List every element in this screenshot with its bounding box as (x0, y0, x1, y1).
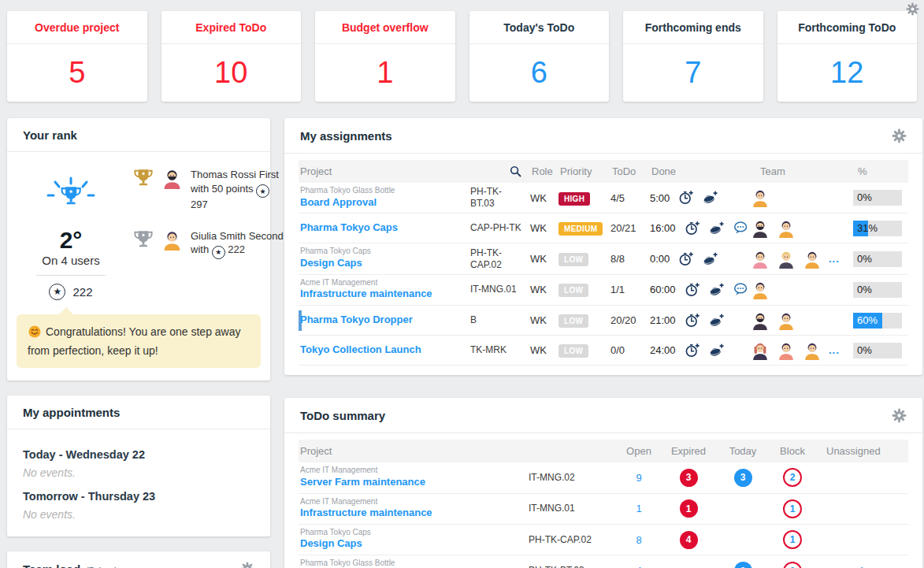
your-rank-header: Your rank (7, 118, 270, 152)
stat-card-today-s-todo[interactable]: Today's ToDo6 (469, 11, 610, 102)
expired-count: 4 (661, 531, 716, 549)
todo-summary-row: Acme IT ManagementInfrastructure mainten… (299, 494, 908, 525)
avatar[interactable] (777, 311, 796, 330)
avatar[interactable] (751, 250, 770, 269)
comments-icon[interactable] (733, 221, 748, 236)
avatar[interactable] (751, 280, 770, 299)
priority-cell: LOW (558, 251, 610, 266)
gear-icon[interactable] (892, 128, 907, 143)
col-header-percent: % (853, 165, 908, 177)
appointment-no-events: No events. (23, 466, 254, 479)
gear-icon[interactable] (892, 408, 907, 423)
project-link[interactable]: Server Farm maintenance (300, 476, 525, 489)
appointment-day-label: Tomorrow - Thursday 23 (23, 490, 254, 503)
more-team-link[interactable]: ... (829, 344, 840, 356)
done-hours: 16:00 (650, 222, 676, 234)
avatar[interactable] (751, 219, 770, 238)
add-todo-icon[interactable] (703, 190, 718, 206)
add-todo-icon[interactable] (703, 251, 718, 267)
project-link[interactable]: Design Caps (300, 257, 467, 270)
open-count[interactable]: 1 (617, 503, 661, 514)
avatar[interactable] (751, 311, 770, 330)
my-assignments-title: My assignments (300, 129, 392, 143)
block-count-badge[interactable]: 2 (783, 468, 802, 487)
more-team-link[interactable]: ... (829, 253, 840, 265)
add-todo-icon[interactable] (709, 313, 725, 329)
expired-count-badge[interactable]: 1 (680, 499, 698, 518)
expired-count-badge[interactable]: 4 (680, 531, 698, 549)
project-parent-label: Pharma Tokyo Caps (300, 247, 467, 257)
team-cell: ... (751, 250, 853, 269)
avatar[interactable] (803, 341, 822, 360)
unassigned-count[interactable]: 1 (815, 565, 908, 568)
project-link[interactable]: Infrastructure maintenance (300, 507, 525, 520)
project-code: IT-MNG.01 (470, 284, 530, 295)
project-link[interactable]: Tokyo Collection Launch (300, 343, 467, 357)
col-header-open: Open (617, 445, 661, 457)
add-worklog-icon[interactable] (678, 190, 694, 206)
progress-bar: 60% (853, 313, 902, 329)
expired-count-badge[interactable]: 3 (680, 469, 698, 487)
assignment-row: Pharma Tokyo CapsCAP-PH-TKWKMEDIUM20/211… (299, 213, 908, 243)
progress-cell: 0% (853, 343, 908, 358)
add-todo-icon[interactable] (709, 221, 725, 236)
stat-card-expired-todo[interactable]: Expired ToDo10 (161, 11, 302, 102)
add-worklog-icon[interactable] (685, 282, 700, 298)
project-link[interactable]: Infrastructure maintenance (300, 288, 467, 301)
open-count[interactable]: 9 (617, 472, 661, 484)
avatar[interactable] (777, 219, 796, 238)
project-cell: Tokyo Collection Launch (299, 340, 470, 361)
avatar[interactable] (751, 188, 770, 207)
avatar[interactable] (777, 341, 796, 360)
done-hours: 24:00 (650, 344, 676, 356)
left-column: Your rank 2° On 4 users ★ (7, 118, 270, 568)
done-cell: 0:00 (650, 251, 751, 267)
project-link[interactable]: Board Approval (300, 196, 467, 210)
stat-card-overdue-project[interactable]: Overdue project5 (7, 11, 147, 102)
stat-card-budget-overflow[interactable]: Budget overflow1 (315, 11, 455, 102)
project-code: PH-TK-CAP.02 (470, 247, 530, 271)
team-cell (751, 280, 853, 299)
gear-icon[interactable] (240, 562, 254, 568)
block-count-badge[interactable]: 3 (783, 562, 802, 568)
project-cell: Acme IT ManagementInfrastructure mainten… (299, 494, 529, 524)
avatar[interactable] (777, 250, 796, 269)
project-cell: Pharma Tokyo Dropper (299, 310, 470, 331)
open-count[interactable]: 8 (617, 534, 661, 546)
block-count-badge[interactable]: 1 (783, 530, 802, 549)
today-count-badge[interactable]: 3 (734, 469, 752, 487)
rank-leaderboard: Thomas Rossi First with 50 points ★ 297 … (122, 168, 287, 300)
stat-card-label: Overdue project (7, 11, 147, 44)
project-link[interactable]: Pharma Tokyo Dropper (300, 314, 467, 327)
add-worklog-icon[interactable] (685, 343, 700, 358)
comments-icon[interactable] (733, 282, 748, 297)
project-code: IT-MNG.02 (529, 472, 617, 484)
stat-card-forthcoming-ends[interactable]: Forthcoming ends7 (623, 11, 763, 102)
avatar[interactable] (751, 341, 770, 360)
todo-summary-header: ToDo summary (284, 398, 922, 433)
add-todo-icon[interactable] (709, 282, 725, 298)
gear-icon[interactable] (906, 2, 919, 16)
project-code: IT-MNG.01 (529, 503, 617, 514)
project-link[interactable]: Design Caps (300, 537, 525, 551)
add-todo-icon[interactable] (709, 343, 725, 358)
todo-summary-row: Pharma Tokyo Glass BottleBoard ApprovalP… (299, 555, 908, 568)
avatar[interactable] (803, 250, 822, 269)
search-icon[interactable] (509, 165, 530, 178)
appointment-day-label: Today - Wednesday 22 (23, 448, 254, 461)
leader-name: Giulia Smith (191, 230, 246, 242)
done-cell: 21:00 (650, 313, 751, 329)
add-worklog-icon[interactable] (685, 221, 700, 236)
right-column: My assignments Project Role Priority ToD… (284, 118, 922, 568)
todo-summary-row: Acme IT ManagementServer Farm maintenanc… (299, 462, 908, 493)
add-worklog-icon[interactable] (678, 251, 694, 267)
stat-card-forthcoming-todo[interactable]: Forthcoming ToDo12 (777, 11, 918, 102)
done-hours: 5:00 (650, 192, 670, 204)
expired-count: 1 (661, 499, 716, 518)
today-count-badge[interactable]: 3 (734, 562, 752, 568)
add-worklog-icon[interactable] (685, 313, 700, 329)
block-count-badge[interactable]: 1 (783, 499, 802, 518)
project-link[interactable]: Pharma Tokyo Caps (300, 221, 467, 235)
open-count[interactable]: 4 (617, 565, 661, 568)
appointment-no-events: No events. (23, 508, 254, 521)
